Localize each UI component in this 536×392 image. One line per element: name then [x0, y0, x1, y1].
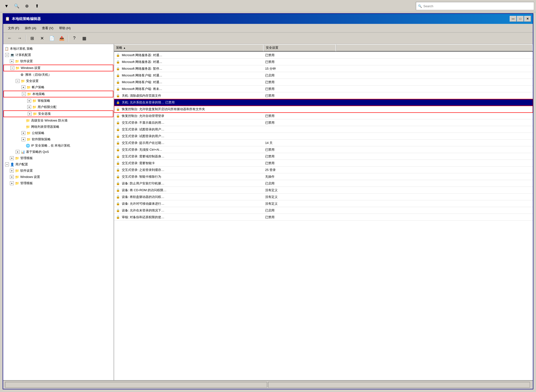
- toolbar-show-hide[interactable]: ⊞: [27, 34, 37, 43]
- policy-row-24[interactable]: 🔒 设备: 允许在未登录的情况下… 已启用: [114, 207, 533, 214]
- expander-user-rights[interactable]: +: [27, 105, 31, 109]
- tree-item-scripts[interactable]: ⚙ 脚本（启动/关机）: [3, 72, 114, 78]
- tree-item-admin-templates[interactable]: + 📁 管理模板: [3, 155, 114, 161]
- main-window: 📋 本地组策略编辑器 — □ ✕ 文件 (F) 操作 (A) 查看 (V) 帮助…: [3, 13, 533, 389]
- toolbar-view[interactable]: ▦: [80, 34, 89, 43]
- tree-item-windows-user[interactable]: + 📁 Windows 设置: [3, 174, 114, 180]
- policy-name-18: 交互式登录: 之前登录到缓存…: [121, 168, 263, 172]
- close-button[interactable]: ✕: [524, 16, 531, 22]
- policy-row-14[interactable]: 🔒 交互式登录: 提示用户在过期… 14 天: [114, 140, 533, 146]
- toolbar-delete[interactable]: ✕: [37, 34, 47, 43]
- expander-qos[interactable]: +: [16, 150, 20, 154]
- col-policy-label: 策略: [116, 46, 122, 50]
- policy-row-9[interactable]: 🔒 恢复控制台: 允许软盘复制开启访问所有驱动器和所有文件夹: [114, 106, 533, 113]
- tree-item-qos[interactable]: + 📊 基于策略的 QoS: [3, 149, 114, 155]
- os-search-box[interactable]: 🔍: [416, 2, 534, 10]
- tree-item-windows-settings[interactable]: − 📁 Windows 设置: [4, 65, 113, 71]
- toolbar-forward[interactable]: →: [15, 34, 24, 43]
- tree-item-software-settings[interactable]: + 📁 软件设置: [3, 58, 114, 64]
- tree-item-pubkey[interactable]: + 📁 公钥策略: [3, 130, 114, 136]
- expander-windows[interactable]: −: [10, 66, 14, 70]
- os-search-btn[interactable]: 🔍: [12, 2, 21, 10]
- expander-user-config[interactable]: −: [5, 162, 9, 166]
- os-zoom-in-btn[interactable]: ⊕: [22, 2, 31, 10]
- toolbar-help[interactable]: ?: [70, 34, 79, 43]
- expander-admin[interactable]: +: [10, 156, 14, 160]
- expander-software[interactable]: +: [10, 59, 14, 63]
- admin-templates-label: 管理模板: [20, 155, 33, 161]
- toolbar-back[interactable]: ←: [5, 34, 14, 43]
- tree-item-computer-config[interactable]: − 💻 计算机配置: [3, 52, 114, 58]
- expander-audit[interactable]: +: [27, 99, 31, 103]
- search-input[interactable]: [423, 4, 532, 8]
- security-settings-icon: 📁: [20, 79, 25, 83]
- minimize-button[interactable]: —: [510, 16, 516, 22]
- expander-security-options[interactable]: +: [28, 112, 32, 116]
- toolbar-export[interactable]: 📤: [57, 34, 66, 43]
- policy-value-2: 已禁用: [263, 60, 336, 64]
- os-topbar-controls: ▼ 🔍 ⊕ ⬆: [2, 2, 41, 10]
- policy-value-14: 14 天: [263, 141, 336, 145]
- policy-row-25[interactable]: 🔒 审核: 对备份和还原权限的使… 已禁用: [114, 214, 533, 221]
- expander-admin-user[interactable]: +: [10, 181, 14, 185]
- tree-item-root[interactable]: 📋 本地计算机 策略: [3, 46, 114, 52]
- policy-row-2[interactable]: 🔒 Microsoft 网络服务器: 对通… 已禁用: [114, 59, 533, 65]
- os-back-btn[interactable]: ▼: [2, 2, 11, 10]
- policy-row-12[interactable]: 🔒 交互式登录: 试图登录的用户…: [114, 126, 533, 133]
- expander-windows-user[interactable]: +: [10, 175, 14, 179]
- expander-account[interactable]: +: [21, 85, 25, 89]
- policy-row-15[interactable]: 🔒 交互式登录: 无须按 Ctrl+Al… 已禁用: [114, 146, 533, 153]
- col-header-policy[interactable]: 策略 ▲: [114, 44, 264, 51]
- maximize-button[interactable]: □: [517, 16, 524, 22]
- policy-row-18[interactable]: 🔒 交互式登录: 之前登录到缓存… 25 登录: [114, 167, 533, 173]
- menu-action[interactable]: 操作 (A): [22, 25, 39, 31]
- tree-item-audit[interactable]: + 📁 审核策略: [3, 98, 114, 104]
- expander-security[interactable]: −: [16, 79, 20, 83]
- policy-row-3[interactable]: 🔒 Microsoft 网络服务器: 暂停… 15 分钟: [114, 65, 533, 72]
- tree-item-user-rights[interactable]: + 📁 用户权限分配: [3, 104, 114, 110]
- tree-item-security-settings[interactable]: − 📁 安全设置: [3, 78, 114, 84]
- policy-icon-10: 🔒: [115, 113, 121, 119]
- tree-item-firewall[interactable]: 📁 高级安全 Windows 防火墙: [3, 117, 114, 124]
- expander-swrestrict[interactable]: +: [21, 137, 25, 141]
- policy-value-11: 已禁用: [263, 121, 336, 125]
- expander-local[interactable]: −: [22, 92, 26, 96]
- menu-file[interactable]: 文件 (F): [5, 25, 22, 31]
- expander-computer-config[interactable]: −: [5, 53, 9, 57]
- policy-row-20[interactable]: 🔒 设备: 防止用户安装打印机驱… 已启用: [114, 180, 533, 187]
- policy-row-5[interactable]: 🔒 Microsoft 网络客户端: 对通… 已禁用: [114, 79, 533, 86]
- expander-software-user[interactable]: +: [10, 169, 14, 173]
- tree-item-security-options[interactable]: + 📁 安全选项: [4, 111, 113, 117]
- policy-row-19[interactable]: 🔒 交互式登录: 智能卡移除行为 无操作: [114, 173, 533, 180]
- tree-item-software-restrict[interactable]: + 📁 软件限制策略: [3, 136, 114, 142]
- tree-item-account-policy[interactable]: + 📁 帐户策略: [3, 84, 114, 90]
- policy-row-13[interactable]: 🔒 交互式登录: 试图登录的用户…: [114, 133, 533, 140]
- menu-view[interactable]: 查看 (V): [39, 25, 56, 31]
- tree-item-network-list[interactable]: 📁 网络列表管理器策略: [3, 124, 114, 130]
- os-share-btn[interactable]: ⬆: [32, 2, 41, 10]
- policy-row-17[interactable]: 🔒 交互式登录: 需要智能卡 已禁用: [114, 160, 533, 167]
- policy-row-23[interactable]: 🔒 设备: 允许对可移动媒体进行… 没有定义: [114, 200, 533, 207]
- tree-item-ip-security[interactable]: 🌐 IP 安全策略，在 本地计算机: [3, 142, 114, 149]
- policy-row-1[interactable]: 🔒 Microsoft 网络服务器: 对通… 已禁用: [114, 52, 533, 59]
- policy-row-7[interactable]: 🔒 关机: 清除虚拟内存页面文件 已禁用: [114, 92, 533, 99]
- toolbar-properties[interactable]: 📄: [47, 34, 56, 43]
- menu-help[interactable]: 帮助 (H): [56, 25, 74, 31]
- tree-item-user-config[interactable]: − 👤 用户配置: [3, 161, 114, 168]
- policy-name-22: 设备: 将软盘驱动器的访问权…: [121, 195, 263, 199]
- audit-icon: 📁: [32, 99, 37, 103]
- user-rights-icon: 📁: [32, 105, 37, 109]
- policy-row-22[interactable]: 🔒 设备: 将软盘驱动器的访问权… 没有定义: [114, 194, 533, 200]
- policy-row-21[interactable]: 🔒 设备: 将 CD-ROM 的访问权限… 没有定义: [114, 187, 533, 194]
- tree-item-software-user[interactable]: + 📁 软件设置: [3, 168, 114, 174]
- policy-row-16[interactable]: 🔒 交互式登录: 需要域控制器身… 已禁用: [114, 153, 533, 160]
- expander-pubkey[interactable]: +: [21, 131, 25, 135]
- policy-row-6[interactable]: 🔒 Microsoft 网络客户端: 将未… 已禁用: [114, 86, 533, 92]
- policy-row-10[interactable]: 🔒 恢复控制台: 允许自动管理登录 已禁用: [114, 113, 533, 119]
- tree-item-admin-user[interactable]: + 📁 管理模板: [3, 180, 114, 186]
- policy-row-8[interactable]: 🔒 关机: 允许系统在未登录的情… 已禁用: [114, 99, 533, 106]
- tree-item-local-policy[interactable]: − 📁 本地策略: [4, 91, 113, 97]
- policy-row-4[interactable]: 🔒 Microsoft 网络客户端: 对通… 已启用: [114, 72, 533, 79]
- policy-row-11[interactable]: 🔒 交互式登录: 不显示最后的用… 已禁用: [114, 119, 533, 126]
- col-header-security[interactable]: 安全设置: [264, 44, 336, 51]
